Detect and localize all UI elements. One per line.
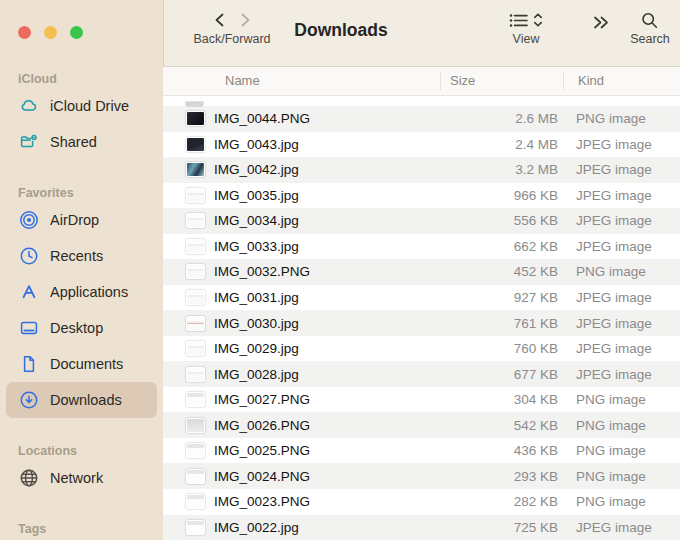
file-size: 293 KB <box>458 469 558 484</box>
file-name: IMG_0032.PNG <box>214 264 310 279</box>
column-header-size[interactable]: Size <box>450 73 475 89</box>
file-kind: PNG image <box>576 392 680 407</box>
file-size: 452 KB <box>458 264 558 279</box>
file-thumbnail <box>186 162 205 177</box>
file-size: 542 KB <box>458 418 558 433</box>
appstore-icon <box>18 282 40 302</box>
sidebar-item-recents[interactable]: Recents <box>6 238 157 274</box>
sidebar-item-label: Network <box>50 470 103 486</box>
file-row[interactable]: IMG_0033.jpg662 KBJPEG image <box>163 234 680 260</box>
file-size: 304 KB <box>458 392 558 407</box>
zoom-button[interactable] <box>70 26 83 39</box>
toolbar: Back/Forward Downloads <box>163 0 680 67</box>
file-thumbnail <box>186 188 205 203</box>
file-name: IMG_0029.jpg <box>214 341 299 356</box>
file-kind: JPEG image <box>576 316 680 331</box>
file-row[interactable]: IMG_0025.PNG436 KBPNG image <box>163 438 680 464</box>
sidebar-item-applications[interactable]: Applications <box>6 274 157 310</box>
list-view-icon <box>509 13 528 28</box>
minimize-button[interactable] <box>44 26 57 39</box>
file-size: 2.6 MB <box>458 111 558 126</box>
file-size: 436 KB <box>458 443 558 458</box>
file-row[interactable]: IMG_0032.PNG452 KBPNG image <box>163 259 680 285</box>
file-row[interactable]: IMG_0030.jpg761 KBJPEG image <box>163 310 680 336</box>
file-row[interactable]: IMG_0034.jpg556 KBJPEG image <box>163 208 680 234</box>
search-icon <box>641 12 658 29</box>
file-thumbnail <box>186 111 205 126</box>
file-row[interactable]: IMG_0027.PNG304 KBPNG image <box>163 387 680 413</box>
file-thumbnail <box>186 137 205 152</box>
view-control[interactable]: View <box>509 11 543 46</box>
file-kind: JPEG image <box>576 367 680 382</box>
file-kind: JPEG image <box>576 290 680 305</box>
sidebar-section-header-tags: Tags <box>0 518 163 538</box>
sidebar-item-shared[interactable]: Shared <box>6 124 157 160</box>
file-thumbnail <box>186 290 205 305</box>
back-forward-group: Back/Forward <box>182 11 282 46</box>
file-list: IMG_0044.PNG2.6 MBPNG imageIMG_0043.jpg2… <box>163 96 680 540</box>
file-size: 760 KB <box>458 341 558 356</box>
file-thumbnail <box>186 316 205 331</box>
file-row[interactable]: IMG_0022.jpg725 KBJPEG image <box>163 515 680 540</box>
sidebar-section-header-icloud: iCloud <box>0 68 163 88</box>
file-thumbnail <box>186 418 205 433</box>
file-kind: PNG image <box>576 469 680 484</box>
window-title: Downloads <box>294 20 387 41</box>
search-control[interactable]: Search <box>630 11 670 46</box>
sidebar-item-downloads[interactable]: Downloads <box>6 382 157 418</box>
forward-button[interactable] <box>239 12 252 28</box>
file-kind: JPEG image <box>576 162 680 177</box>
file-row[interactable]: IMG_0023.PNG282 KBPNG image <box>163 489 680 515</box>
file-size: 556 KB <box>458 213 558 228</box>
column-header-name[interactable]: Name <box>225 73 260 89</box>
clock-icon <box>18 246 40 266</box>
sidebar-item-network[interactable]: Network <box>6 460 157 496</box>
sidebar-item-label: Downloads <box>50 392 122 408</box>
file-row[interactable]: IMG_0028.jpg677 KBJPEG image <box>163 361 680 387</box>
file-name: IMG_0034.jpg <box>214 213 299 228</box>
file-thumbnail <box>186 367 205 382</box>
file-name: IMG_0027.PNG <box>214 392 310 407</box>
file-name: IMG_0023.PNG <box>214 494 310 509</box>
more-toolbar-items-button[interactable] <box>591 15 611 30</box>
sidebar-item-airdrop[interactable]: AirDrop <box>6 202 157 238</box>
sidebar-item-desktop[interactable]: Desktop <box>6 310 157 346</box>
file-kind: PNG image <box>576 111 680 126</box>
file-kind: PNG image <box>576 443 680 458</box>
file-thumbnail <box>186 341 205 356</box>
file-size: 2.4 MB <box>458 137 558 152</box>
file-thumbnail-partial <box>186 102 203 106</box>
file-thumbnail <box>186 264 205 279</box>
file-row[interactable]: IMG_0044.PNG2.6 MBPNG image <box>163 106 680 132</box>
column-divider[interactable] <box>563 72 564 90</box>
file-kind: JPEG image <box>576 239 680 254</box>
file-name: IMG_0035.jpg <box>214 188 299 203</box>
file-row[interactable]: IMG_0042.jpg3.2 MBJPEG image <box>163 157 680 183</box>
file-size: 966 KB <box>458 188 558 203</box>
sidebar-item-documents[interactable]: Documents <box>6 346 157 382</box>
file-row[interactable]: IMG_0043.jpg2.4 MBJPEG image <box>163 132 680 158</box>
back-button[interactable] <box>213 12 226 28</box>
column-header-kind[interactable]: Kind <box>578 73 604 89</box>
sidebar-item-label: Applications <box>50 284 128 300</box>
back-forward-label: Back/Forward <box>182 32 282 46</box>
document-icon <box>18 354 40 374</box>
file-kind: JPEG image <box>576 213 680 228</box>
sidebar-section-header-favorites: Favorites <box>0 182 163 202</box>
file-row[interactable]: IMG_0035.jpg966 KBJPEG image <box>163 183 680 209</box>
file-row[interactable]: IMG_0031.jpg927 KBJPEG image <box>163 285 680 311</box>
file-row[interactable]: IMG_0029.jpg760 KBJPEG image <box>163 336 680 362</box>
file-thumbnail <box>186 392 205 407</box>
file-size: 3.2 MB <box>458 162 558 177</box>
file-row[interactable]: IMG_0024.PNG293 KBPNG image <box>163 463 680 489</box>
file-name: IMG_0044.PNG <box>214 111 310 126</box>
file-row[interactable]: IMG_0026.PNG542 KBPNG image <box>163 412 680 438</box>
file-kind: JPEG image <box>576 341 680 356</box>
file-kind: PNG image <box>576 264 680 279</box>
column-divider[interactable] <box>440 72 441 90</box>
close-button[interactable] <box>18 26 31 39</box>
file-row-partial <box>163 96 680 106</box>
sidebar-item-label: Desktop <box>50 320 103 336</box>
sidebar-item-icloud-drive[interactable]: iCloud Drive <box>6 88 157 124</box>
file-name: IMG_0031.jpg <box>214 290 299 305</box>
